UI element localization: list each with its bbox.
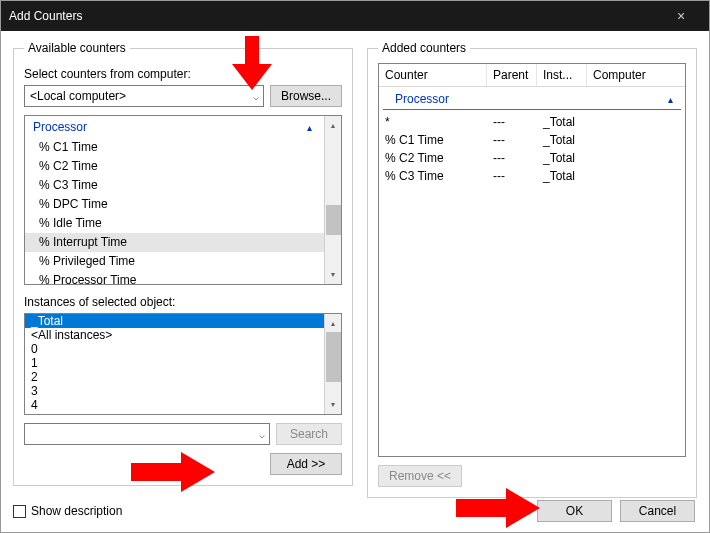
counter-group-header[interactable]: Processor▴	[25, 116, 324, 138]
chevron-down-icon: ⌵	[253, 91, 259, 102]
cell-parent: ---	[487, 113, 537, 131]
scroll-thumb[interactable]	[326, 332, 341, 382]
column-computer[interactable]: Computer	[587, 64, 685, 86]
search-button[interactable]: Search	[276, 423, 342, 445]
counter-item[interactable]: % C2 Time	[25, 157, 324, 176]
chevron-up-icon[interactable]: ▴	[307, 122, 312, 133]
cell-parent: ---	[487, 131, 537, 149]
available-legend: Available counters	[24, 41, 130, 55]
instance-item[interactable]: 2	[25, 370, 324, 384]
remove-button[interactable]: Remove <<	[378, 465, 462, 487]
counter-item[interactable]: % DPC Time	[25, 195, 324, 214]
instance-listbox[interactable]: _Total<All instances>012345 ▴ ▾	[24, 313, 342, 415]
dialog-footer: Show description OK Cancel	[13, 500, 695, 522]
instance-item[interactable]: <All instances>	[25, 328, 324, 342]
scroll-down-icon[interactable]: ▾	[326, 267, 341, 282]
counter-scrollbar[interactable]: ▴ ▾	[324, 116, 341, 284]
instance-item[interactable]: 4	[25, 398, 324, 412]
show-description-checkbox[interactable]: Show description	[13, 504, 122, 518]
added-group-header[interactable]: Processor ▴	[383, 87, 681, 110]
cell-instance: _Total	[537, 113, 587, 131]
counter-listbox[interactable]: Processor▴% C1 Time% C2 Time% C3 Time% D…	[24, 115, 342, 285]
cell-counter: % C2 Time	[379, 149, 487, 167]
scroll-up-icon[interactable]: ▴	[326, 316, 341, 331]
scroll-down-icon[interactable]: ▾	[326, 397, 341, 412]
counter-item[interactable]: % C1 Time	[25, 138, 324, 157]
cell-computer	[587, 149, 685, 167]
added-columns-header[interactable]: Counter Parent Inst... Computer	[379, 64, 685, 87]
instance-search-combo[interactable]: ⌵	[24, 423, 270, 445]
chevron-up-icon[interactable]: ▴	[668, 94, 673, 105]
computer-combo-value: <Local computer>	[30, 89, 126, 103]
show-description-label: Show description	[31, 504, 122, 518]
computer-combo[interactable]: <Local computer> ⌵	[24, 85, 264, 107]
added-legend: Added counters	[378, 41, 470, 55]
add-button[interactable]: Add >>	[270, 453, 342, 475]
cell-instance: _Total	[537, 149, 587, 167]
instance-item[interactable]: 1	[25, 356, 324, 370]
dialog-body: Available counters Select counters from …	[1, 31, 709, 504]
window-title: Add Counters	[9, 9, 661, 23]
instance-item[interactable]: 3	[25, 384, 324, 398]
counter-item[interactable]: % Idle Time	[25, 214, 324, 233]
browse-button[interactable]: Browse...	[270, 85, 342, 107]
cell-counter: % C1 Time	[379, 131, 487, 149]
right-column: Added counters Counter Parent Inst... Co…	[367, 41, 697, 498]
cancel-button[interactable]: Cancel	[620, 500, 695, 522]
counter-item[interactable]: % Interrupt Time	[25, 233, 324, 252]
select-computer-label: Select counters from computer:	[24, 67, 342, 81]
instances-label: Instances of selected object:	[24, 295, 342, 309]
added-listview[interactable]: Counter Parent Inst... Computer Processo…	[378, 63, 686, 457]
cell-computer	[587, 131, 685, 149]
counter-group-name: Processor	[33, 120, 87, 134]
cell-counter: *	[379, 113, 487, 131]
added-counters-group: Added counters Counter Parent Inst... Co…	[367, 41, 697, 498]
instance-item[interactable]: _Total	[25, 314, 324, 328]
scroll-up-icon[interactable]: ▴	[326, 118, 341, 133]
close-icon[interactable]: ×	[661, 1, 701, 31]
counter-item[interactable]: % C3 Time	[25, 176, 324, 195]
checkbox-icon[interactable]	[13, 505, 26, 518]
left-column: Available counters Select counters from …	[13, 41, 353, 498]
column-counter[interactable]: Counter	[379, 64, 487, 86]
cell-instance: _Total	[537, 167, 587, 185]
cell-instance: _Total	[537, 131, 587, 149]
cell-computer	[587, 113, 685, 131]
added-row[interactable]: % C2 Time---_Total	[379, 149, 685, 167]
added-group-name: Processor	[395, 92, 449, 106]
cell-parent: ---	[487, 149, 537, 167]
cell-computer	[587, 167, 685, 185]
instance-scrollbar[interactable]: ▴ ▾	[324, 314, 341, 414]
ok-button[interactable]: OK	[537, 500, 612, 522]
column-parent[interactable]: Parent	[487, 64, 537, 86]
chevron-down-icon: ⌵	[259, 429, 265, 440]
counter-item[interactable]: % Privileged Time	[25, 252, 324, 271]
available-counters-group: Available counters Select counters from …	[13, 41, 353, 486]
instance-item[interactable]: 0	[25, 342, 324, 356]
instance-item[interactable]: 5	[25, 412, 324, 414]
scroll-thumb[interactable]	[326, 205, 341, 235]
cell-counter: % C3 Time	[379, 167, 487, 185]
column-instance[interactable]: Inst...	[537, 64, 587, 86]
added-row[interactable]: % C1 Time---_Total	[379, 131, 685, 149]
counter-item[interactable]: % Processor Time	[25, 271, 324, 284]
cell-parent: ---	[487, 167, 537, 185]
added-row[interactable]: % C3 Time---_Total	[379, 167, 685, 185]
title-bar: Add Counters ×	[1, 1, 709, 31]
added-row[interactable]: *---_Total	[379, 113, 685, 131]
